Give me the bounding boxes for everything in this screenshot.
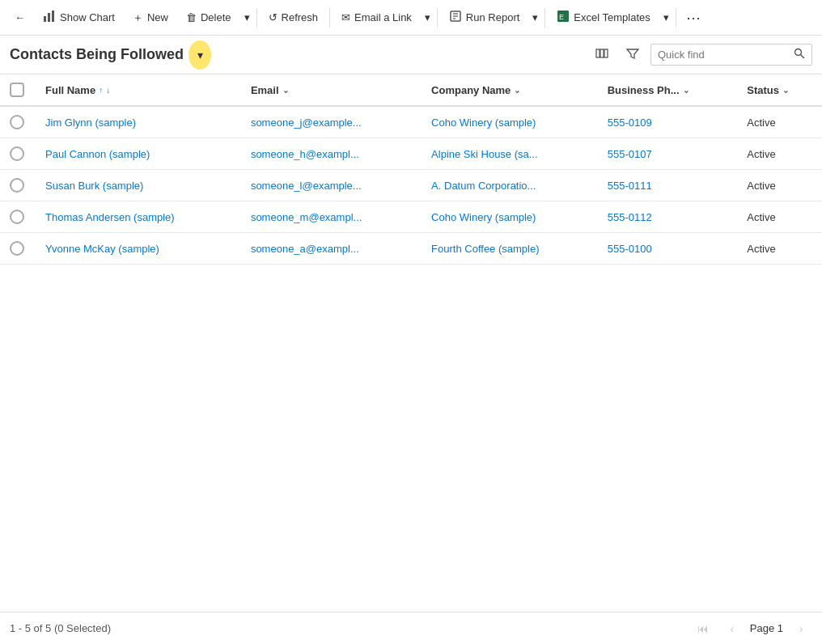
view-header: Contacts Being Followed ▾ <box>0 36 822 74</box>
email-cell: someone_a@exampl... <box>241 233 422 265</box>
run-report-icon <box>449 10 462 25</box>
more-button[interactable]: ⋯ <box>680 6 707 30</box>
refresh-button[interactable]: ↺ Refresh <box>261 6 327 28</box>
row-select-cell <box>0 138 36 170</box>
company-name-cell: Coho Winery (sample) <box>422 201 598 233</box>
delete-button[interactable]: 🗑 Delete <box>178 6 239 28</box>
delete-dropdown-icon: ▾ <box>244 11 250 23</box>
email-link[interactable]: someone_a@exampl... <box>251 243 359 255</box>
email-cell: someone_m@exampl... <box>241 201 422 233</box>
full-name-link[interactable]: Thomas Andersen (sample) <box>45 211 175 223</box>
company-sort-icon: ⌄ <box>514 86 520 95</box>
sort-toggle-icon[interactable]: ↓ <box>106 86 110 95</box>
search-input[interactable] <box>658 49 789 61</box>
email-dropdown-icon: ▾ <box>425 11 430 23</box>
phone-link[interactable]: 555-0111 <box>608 180 652 192</box>
more-icon: ⋯ <box>686 9 701 27</box>
divider-2 <box>329 8 330 28</box>
row-checkbox[interactable] <box>10 241 24 256</box>
full-name-cell: Paul Cannon (sample) <box>36 138 241 170</box>
chevron-down-icon: ▾ <box>197 49 203 61</box>
divider-5 <box>676 8 676 28</box>
email-link[interactable]: someone_h@exampl... <box>251 148 359 160</box>
columns-icon <box>595 46 609 63</box>
row-select-cell <box>0 201 36 233</box>
delete-dropdown-button[interactable]: ▾ <box>241 6 253 28</box>
table-header-row: Full Name ↑ ↓ Email ⌄ Company Name ⌄ <box>0 74 822 106</box>
excel-dropdown-button[interactable]: ▾ <box>660 6 672 28</box>
new-button[interactable]: ＋ New <box>125 6 176 30</box>
phone-link[interactable]: 555-0100 <box>608 243 652 255</box>
status-column-header[interactable]: Status ⌄ <box>737 74 822 106</box>
new-label: New <box>147 11 168 23</box>
business-phone-cell: 555-0107 <box>598 138 738 170</box>
company-name-link[interactable]: Alpine Ski House (sa... <box>431 148 538 160</box>
select-all-checkbox[interactable] <box>10 83 24 97</box>
filter-button[interactable] <box>620 42 646 68</box>
full-name-link[interactable]: Yvonne McKay (sample) <box>45 243 159 255</box>
company-name-cell: Coho Winery (sample) <box>422 106 598 138</box>
email-cell: someone_h@exampl... <box>241 138 422 170</box>
divider-4 <box>544 8 545 28</box>
row-select-cell <box>0 170 36 201</box>
company-name-link[interactable]: A. Datum Corporatio... <box>431 180 536 192</box>
email-cell: someone_j@example... <box>241 106 422 138</box>
show-chart-button[interactable]: Show Chart <box>35 5 123 30</box>
business-phone-column-header[interactable]: Business Ph... ⌄ <box>598 74 738 106</box>
phone-link[interactable]: 555-0109 <box>608 117 652 129</box>
divider-1 <box>256 8 257 28</box>
phone-sort-icon: ⌄ <box>683 86 689 95</box>
company-name-cell: Alpine Ski House (sa... <box>422 138 598 170</box>
contacts-table: Full Name ↑ ↓ Email ⌄ Company Name ⌄ <box>0 74 822 265</box>
cursor-indicator: ▾ <box>189 40 211 70</box>
full-name-link[interactable]: Jim Glynn (sample) <box>45 117 136 129</box>
email-column-header[interactable]: Email ⌄ <box>241 74 422 106</box>
select-all-column <box>0 74 36 106</box>
company-name-link[interactable]: Coho Winery (sample) <box>431 117 536 129</box>
email-link[interactable]: someone_j@example... <box>251 117 362 129</box>
email-link[interactable]: someone_l@example... <box>251 180 362 192</box>
company-name-link[interactable]: Coho Winery (sample) <box>431 211 536 223</box>
full-name-cell: Thomas Andersen (sample) <box>36 201 241 233</box>
table-container: Full Name ↑ ↓ Email ⌄ Company Name ⌄ <box>0 74 822 265</box>
search-box <box>650 44 812 66</box>
run-report-dropdown-button[interactable]: ▾ <box>529 6 541 28</box>
row-checkbox[interactable] <box>10 178 24 193</box>
business-phone-cell: 555-0100 <box>598 233 738 265</box>
email-link[interactable]: someone_m@exampl... <box>251 211 362 223</box>
delete-icon: 🗑 <box>186 11 197 23</box>
refresh-label: Refresh <box>282 11 319 23</box>
phone-link[interactable]: 555-0107 <box>608 148 652 160</box>
email-icon: ✉ <box>341 11 350 23</box>
svg-rect-10 <box>600 49 604 57</box>
table-row: Paul Cannon (sample) someone_h@exampl...… <box>0 138 822 170</box>
excel-templates-button[interactable]: E Excel Templates <box>549 5 658 30</box>
back-button[interactable]: ← <box>6 6 33 28</box>
row-checkbox[interactable] <box>10 210 24 224</box>
email-link-button[interactable]: ✉ Email a Link <box>333 6 420 28</box>
table-row: Jim Glynn (sample) someone_j@example... … <box>0 106 822 138</box>
full-name-link[interactable]: Susan Burk (sample) <box>45 180 143 192</box>
company-name-column-header[interactable]: Company Name ⌄ <box>422 74 598 106</box>
company-name-link[interactable]: Fourth Coffee (sample) <box>431 243 539 255</box>
company-name-cell: A. Datum Corporatio... <box>422 170 598 201</box>
svg-rect-9 <box>596 49 600 57</box>
full-name-link[interactable]: Paul Cannon (sample) <box>45 148 150 160</box>
new-icon: ＋ <box>133 11 143 25</box>
view-dropdown-button[interactable]: ▾ <box>189 44 211 66</box>
run-report-dropdown-icon: ▾ <box>532 11 538 23</box>
email-cell: someone_l@example... <box>241 170 422 201</box>
phone-link[interactable]: 555-0112 <box>608 211 652 223</box>
svg-marker-12 <box>627 49 638 58</box>
row-checkbox[interactable] <box>10 146 24 161</box>
columns-button[interactable] <box>589 42 615 68</box>
filter-icon <box>625 46 640 63</box>
email-link-dropdown-button[interactable]: ▾ <box>422 6 434 28</box>
search-icon <box>794 48 805 61</box>
svg-rect-2 <box>52 11 54 22</box>
run-report-button[interactable]: Run Report <box>441 5 528 30</box>
full-name-column-header[interactable]: Full Name ↑ ↓ <box>36 74 241 106</box>
row-checkbox[interactable] <box>10 115 24 129</box>
excel-dropdown-icon: ▾ <box>663 11 669 23</box>
view-title: Contacts Being Followed <box>10 46 184 63</box>
